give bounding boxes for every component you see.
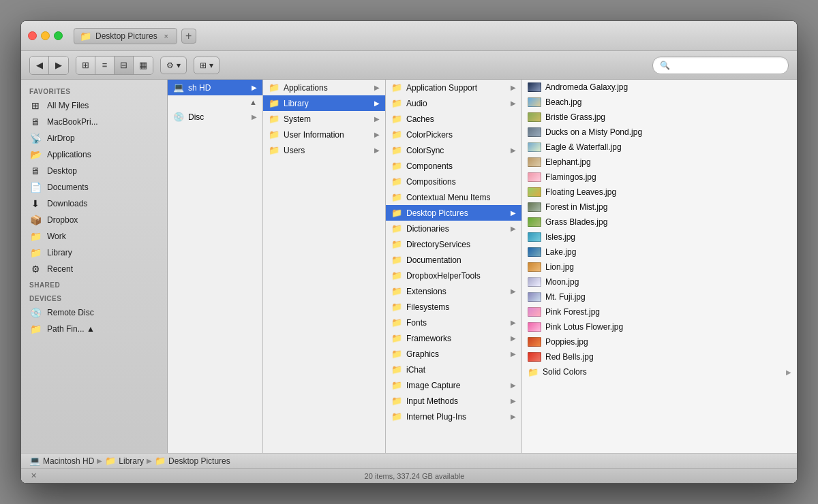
back-button[interactable]: ◀ bbox=[30, 57, 49, 74]
column-2: 📁 Applications ▶ 📁 Library ▶ 📁 System ▶ … bbox=[263, 80, 386, 453]
column-1-item-disc[interactable]: 💿 Disc ▶ bbox=[168, 109, 262, 125]
bottom-close-button[interactable]: ✕ bbox=[28, 471, 39, 482]
sidebar-label: Library bbox=[47, 248, 72, 257]
column-3-item-internet-plugins[interactable]: 📁 Internet Plug-Ins ▶ bbox=[386, 409, 521, 424]
sidebar-item-downloads[interactable]: ⬇ Downloads bbox=[21, 195, 167, 212]
forward-button[interactable]: ▶ bbox=[49, 57, 68, 74]
item-label: System bbox=[284, 114, 311, 124]
column-3-item-contextual-menu-items[interactable]: 📁 Contextual Menu Items bbox=[386, 189, 521, 205]
file-item-grass-blades[interactable]: Grass Blades.jpg bbox=[522, 215, 797, 230]
file-item-flamingos[interactable]: Flamingos.jpg bbox=[522, 170, 797, 185]
file-item-forest[interactable]: Forest in Mist.jpg bbox=[522, 200, 797, 215]
column-3-item-image-capture[interactable]: 📁 Image Capture ▶ bbox=[386, 377, 521, 393]
sidebar-item-remote-disc[interactable]: 💿 Remote Disc bbox=[21, 304, 167, 321]
maximize-button[interactable] bbox=[54, 31, 63, 40]
column-view-button[interactable]: ⊟ bbox=[115, 57, 134, 74]
column-3-item-documentation[interactable]: 📁 Documentation bbox=[386, 252, 521, 268]
column-3-item-desktop-pictures[interactable]: 📁 Desktop Pictures ▶ bbox=[386, 205, 521, 221]
file-item-ducks[interactable]: Ducks on a Misty Pond.jpg bbox=[522, 125, 797, 140]
sidebar-item-desktop[interactable]: 🖥 Desktop bbox=[21, 163, 167, 179]
column-3-item-dictionaries[interactable]: 📁 Dictionaries ▶ bbox=[386, 221, 521, 236]
column-2-item-user-information[interactable]: 📁 User Information ▶ bbox=[263, 127, 385, 142]
sidebar-item-macbookpri[interactable]: 🖥 MacBookPri... bbox=[21, 114, 167, 130]
column-3-item-compositions[interactable]: 📁 Compositions bbox=[386, 174, 521, 189]
view-button-group: ⊞ ≡ ⊟ ▦ bbox=[76, 56, 153, 75]
file-item-eagle[interactable]: Eagle & Waterfall.jpg bbox=[522, 140, 797, 155]
file-label: Elephant.jpg bbox=[545, 157, 591, 167]
column-1-item-macintosh-hd[interactable]: 💻 sh HD ▶ bbox=[168, 80, 262, 95]
file-item-floating-leaves[interactable]: Floating Leaves.jpg bbox=[522, 185, 797, 200]
list-view-button[interactable]: ≡ bbox=[95, 57, 115, 74]
file-thumbnail bbox=[528, 97, 541, 107]
icon-view-button[interactable]: ⊞ bbox=[76, 57, 95, 74]
arrange-button[interactable]: ⊞ ▾ bbox=[194, 57, 219, 74]
folder-icon: 📁 bbox=[391, 380, 402, 390]
file-label: Eagle & Waterfall.jpg bbox=[545, 142, 622, 152]
tab-close-button[interactable]: × bbox=[162, 31, 171, 41]
column-3-item-input-methods[interactable]: 📁 Input Methods ▶ bbox=[386, 393, 521, 409]
folder-icon: 📁 bbox=[528, 367, 539, 377]
column-3-item-colorsync[interactable]: 📁 ColorSync ▶ bbox=[386, 142, 521, 158]
breadcrumb-item-library[interactable]: Library bbox=[119, 456, 144, 466]
breadcrumb-drive-icon: 💻 bbox=[29, 456, 40, 466]
column-3-item-filesystems[interactable]: 📁 Filesystems bbox=[386, 299, 521, 315]
file-item-pink-lotus[interactable]: Pink Lotus Flower.jpg bbox=[522, 319, 797, 334]
breadcrumb-desktop-pictures-icon: 📁 bbox=[155, 456, 166, 466]
file-item-lake[interactable]: Lake.jpg bbox=[522, 245, 797, 259]
item-label: Desktop Pictures bbox=[406, 208, 468, 218]
column-3-item-caches[interactable]: 📁 Caches bbox=[386, 111, 521, 127]
file-item-red-bells[interactable]: Red Bells.jpg bbox=[522, 349, 797, 364]
sidebar-item-work[interactable]: 📁 Work bbox=[21, 228, 167, 245]
item-label: Applications bbox=[284, 83, 328, 93]
file-item-solid-colors[interactable]: 📁 Solid Colors ▶ bbox=[522, 364, 797, 379]
column-3-item-application-support[interactable]: 📁 Application Support ▶ bbox=[386, 80, 521, 95]
file-item-beach[interactable]: Beach.jpg bbox=[522, 95, 797, 110]
item-label: DirectoryServices bbox=[406, 240, 470, 249]
sidebar-item-documents[interactable]: 📄 Documents bbox=[21, 179, 167, 195]
file-item-mt-fuji[interactable]: Mt. Fuji.jpg bbox=[522, 289, 797, 304]
file-item-isles[interactable]: Isles.jpg bbox=[522, 230, 797, 245]
breadcrumb-item-desktop-pictures[interactable]: Desktop Pictures bbox=[168, 456, 230, 466]
finder-window: 📁 Desktop Pictures × + ◀ ▶ ⊞ ≡ ⊟ ▦ ⚙ ▾ ⊞… bbox=[20, 20, 798, 484]
file-label: Grass Blades.jpg bbox=[545, 217, 607, 227]
file-item-moon[interactable]: Moon.jpg bbox=[522, 274, 797, 289]
column-3-item-directory-services[interactable]: 📁 DirectoryServices bbox=[386, 236, 521, 252]
column-3-item-graphics[interactable]: 📁 Graphics ▶ bbox=[386, 346, 521, 362]
file-item-pink-forest[interactable]: Pink Forest.jpg bbox=[522, 304, 797, 319]
sidebar-item-recent[interactable]: ⚙ Recent bbox=[21, 261, 167, 277]
minimize-button[interactable] bbox=[41, 31, 50, 40]
column-2-item-applications[interactable]: 📁 Applications ▶ bbox=[263, 80, 385, 95]
breadcrumb-item-macintosh-hd[interactable]: Macintosh HD bbox=[43, 456, 94, 466]
sidebar-item-airdrop[interactable]: 📡 AirDrop bbox=[21, 130, 167, 146]
column-3-item-colorpickers[interactable]: 📁 ColorPickers bbox=[386, 127, 521, 142]
column-3-item-extensions[interactable]: 📁 Extensions ▶ bbox=[386, 283, 521, 299]
file-item-lion[interactable]: Lion.jpg bbox=[522, 259, 797, 274]
sidebar-label: AirDrop bbox=[47, 133, 75, 143]
new-tab-button[interactable]: + bbox=[181, 29, 196, 44]
file-item-elephant[interactable]: Elephant.jpg bbox=[522, 155, 797, 170]
close-button[interactable] bbox=[28, 31, 37, 40]
folder-icon: 📁 bbox=[391, 411, 402, 422]
file-item-poppies[interactable]: Poppies.jpg bbox=[522, 334, 797, 349]
sidebar-item-path-finder[interactable]: 📁 Path Fin... ▲ bbox=[21, 321, 167, 337]
column-2-item-users[interactable]: 📁 Users ▶ bbox=[263, 142, 385, 158]
column-3-item-fonts[interactable]: 📁 Fonts ▶ bbox=[386, 315, 521, 330]
sidebar-item-all-my-files[interactable]: ⊞ All My Files bbox=[21, 97, 167, 114]
sidebar-item-applications[interactable]: 📂 Applications bbox=[21, 146, 167, 163]
coverflow-view-button[interactable]: ▦ bbox=[134, 57, 153, 74]
sidebar-item-dropbox[interactable]: 📦 Dropbox bbox=[21, 212, 167, 228]
column-3-item-dropbox-helper-tools[interactable]: 📁 DropboxHelperTools bbox=[386, 268, 521, 283]
action-button[interactable]: ⚙ ▾ bbox=[160, 57, 187, 74]
search-input[interactable] bbox=[673, 61, 781, 70]
file-item-andromeda[interactable]: Andromeda Galaxy.jpg bbox=[522, 80, 797, 95]
column-3-item-components[interactable]: 📁 Components bbox=[386, 158, 521, 174]
folder-icon: 📁 bbox=[391, 302, 402, 312]
column-3-item-frameworks[interactable]: 📁 Frameworks ▶ bbox=[386, 330, 521, 346]
column-3-item-ichat[interactable]: 📁 iChat bbox=[386, 362, 521, 377]
file-item-bristle-grass[interactable]: Bristle Grass.jpg bbox=[522, 110, 797, 125]
column-2-item-library[interactable]: 📁 Library ▶ bbox=[263, 95, 385, 111]
column-3-item-audio[interactable]: 📁 Audio ▶ bbox=[386, 95, 521, 111]
sidebar-item-library[interactable]: 📁 Library bbox=[21, 245, 167, 261]
tab-desktop-pictures[interactable]: 📁 Desktop Pictures × bbox=[74, 28, 177, 44]
column-2-item-system[interactable]: 📁 System ▶ bbox=[263, 111, 385, 127]
